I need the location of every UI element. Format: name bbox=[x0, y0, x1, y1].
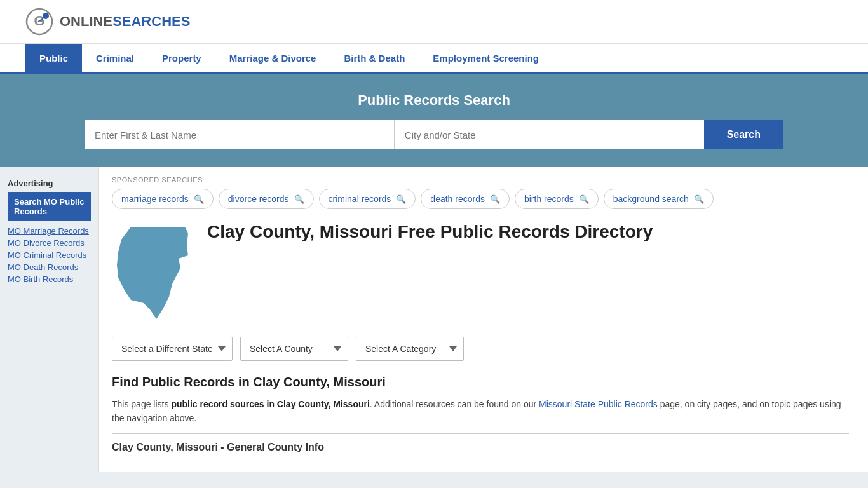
tag-death-text: death records bbox=[430, 194, 485, 204]
find-records-text: This page lists public record sources in… bbox=[112, 397, 849, 426]
tag-marriage-text: marriage records bbox=[121, 194, 189, 204]
category-dropdown[interactable]: Select A Category bbox=[356, 337, 464, 361]
hero-section: Public Records Search Search bbox=[0, 74, 868, 167]
search-icon-criminal: 🔍 bbox=[396, 194, 406, 204]
tag-criminal-records[interactable]: criminal records 🔍 bbox=[319, 189, 416, 209]
nav-item-public[interactable]: Public bbox=[25, 44, 82, 74]
main-wrapper: Advertising Search MO Public Records MO … bbox=[0, 167, 868, 472]
find-text-mid: . Additional resources can be found on o… bbox=[370, 399, 539, 409]
sidebar-ad-label: Advertising bbox=[8, 179, 91, 188]
missouri-map-svg bbox=[112, 220, 194, 322]
section-divider bbox=[112, 433, 849, 434]
nav-item-marriage-divorce[interactable]: Marriage & Divorce bbox=[215, 44, 330, 74]
nav-item-birth-death[interactable]: Birth & Death bbox=[330, 44, 419, 74]
nav-item-criminal[interactable]: Criminal bbox=[82, 44, 148, 74]
name-input[interactable] bbox=[85, 120, 395, 149]
sidebar-link-death[interactable]: MO Death Records bbox=[8, 262, 91, 272]
tag-marriage-records[interactable]: marriage records 🔍 bbox=[112, 189, 214, 209]
general-info-title: Clay County, Missouri - General County I… bbox=[112, 442, 849, 453]
main-nav: Public Criminal Property Marriage & Divo… bbox=[0, 44, 868, 74]
find-records-title: Find Public Records in Clay County, Miss… bbox=[112, 375, 849, 390]
sidebar-link-birth[interactable]: MO Birth Records bbox=[8, 274, 91, 284]
logo-text: ONLINESEARCHES bbox=[60, 13, 190, 30]
search-tags: marriage records 🔍 divorce records 🔍 cri… bbox=[112, 189, 849, 209]
main-content: SPONSORED SEARCHES marriage records 🔍 di… bbox=[98, 167, 868, 472]
svg-point-2 bbox=[43, 13, 49, 19]
search-icon-birth: 🔍 bbox=[579, 194, 589, 204]
location-input[interactable] bbox=[395, 120, 704, 149]
search-icon-death: 🔍 bbox=[490, 194, 500, 204]
tag-background-search[interactable]: background search 🔍 bbox=[604, 189, 714, 209]
site-header: G ONLINESEARCHES bbox=[0, 0, 868, 44]
logo[interactable]: G ONLINESEARCHES bbox=[25, 8, 190, 36]
search-icon-marriage: 🔍 bbox=[194, 194, 204, 204]
search-icon-divorce: 🔍 bbox=[294, 194, 304, 204]
sidebar: Advertising Search MO Public Records MO … bbox=[0, 167, 98, 472]
tag-birth-records[interactable]: birth records 🔍 bbox=[515, 189, 599, 209]
tag-background-text: background search bbox=[613, 194, 689, 204]
sponsored-label: SPONSORED SEARCHES bbox=[112, 176, 849, 184]
find-text-intro: This page lists bbox=[112, 399, 171, 409]
tag-divorce-records[interactable]: divorce records 🔍 bbox=[219, 189, 314, 209]
sidebar-link-divorce[interactable]: MO Divorce Records bbox=[8, 238, 91, 248]
county-title: Clay County, Missouri Free Public Record… bbox=[207, 220, 653, 243]
county-dropdown[interactable]: Select A County bbox=[240, 337, 348, 361]
dropdown-row: Select a Different State Select A County… bbox=[112, 337, 849, 361]
state-dropdown[interactable]: Select a Different State bbox=[112, 337, 233, 361]
county-header: Clay County, Missouri Free Public Record… bbox=[112, 220, 849, 324]
state-map bbox=[112, 220, 194, 324]
nav-item-property[interactable]: Property bbox=[148, 44, 215, 74]
find-text-bold: public record sources in Clay County, Mi… bbox=[171, 399, 369, 409]
sidebar-link-criminal[interactable]: MO Criminal Records bbox=[8, 250, 91, 260]
hero-title: Public Records Search bbox=[25, 92, 843, 109]
search-icon-background: 🔍 bbox=[694, 194, 704, 204]
tag-divorce-text: divorce records bbox=[228, 194, 289, 204]
search-button[interactable]: Search bbox=[704, 120, 783, 149]
tag-death-records[interactable]: death records 🔍 bbox=[421, 189, 510, 209]
logo-icon: G bbox=[25, 8, 53, 36]
tag-criminal-text: criminal records bbox=[329, 194, 391, 204]
sidebar-link-marriage[interactable]: MO Marriage Records bbox=[8, 226, 91, 236]
search-bar: Search bbox=[85, 120, 783, 149]
find-records-link[interactable]: Missouri State Public Records bbox=[539, 399, 658, 409]
sidebar-highlight-link[interactable]: Search MO Public Records bbox=[8, 192, 91, 221]
tag-birth-text: birth records bbox=[524, 194, 574, 204]
nav-item-employment[interactable]: Employment Screening bbox=[419, 44, 553, 74]
